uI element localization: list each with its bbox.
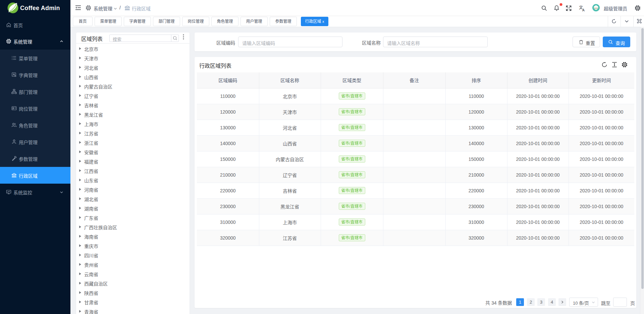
svg-text:A: A xyxy=(582,8,585,12)
